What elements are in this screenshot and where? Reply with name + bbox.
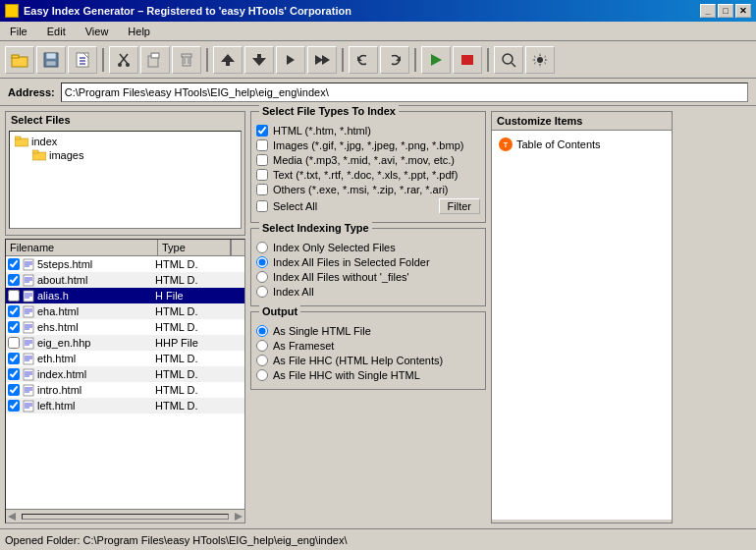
tree-images[interactable]: images: [30, 148, 238, 162]
file-row[interactable]: left.htmlHTML D.: [6, 398, 244, 413]
indexing-type-radio[interactable]: [256, 242, 268, 253]
select-files-group: Select Files index images: [5, 111, 245, 236]
minimize-button[interactable]: _: [700, 4, 716, 18]
file-row[interactable]: index.htmlHTML D.: [6, 366, 244, 382]
indexing-type-title: Select Indexing Type: [259, 222, 372, 234]
file-row[interactable]: eth.htmlHTML D.: [6, 351, 244, 366]
file-checkbox[interactable]: [8, 290, 20, 302]
menu-help[interactable]: Help: [123, 25, 155, 38]
svg-marker-30: [431, 54, 442, 66]
toolbar-fastforward[interactable]: [307, 46, 337, 74]
file-type-row[interactable]: Images (*.gif, *.jpg, *.jpeg, *.png, *.b…: [256, 139, 480, 151]
output-row[interactable]: As Single HTML File: [256, 325, 480, 337]
toolbar-play[interactable]: [421, 46, 451, 74]
file-type: HTML D.: [155, 384, 243, 396]
filter-button[interactable]: Filter: [439, 198, 480, 214]
toolbar-save[interactable]: [36, 46, 66, 74]
file-checkbox[interactable]: [8, 353, 20, 364]
file-checkbox[interactable]: [8, 400, 20, 412]
address-input[interactable]: [61, 82, 748, 102]
toolbar-undo[interactable]: [349, 46, 378, 74]
col-filename[interactable]: Filename: [6, 240, 158, 255]
indexing-type-radio[interactable]: [256, 256, 268, 268]
file-type-row[interactable]: Media (*.mp3, *.mid, *.avi, *.mov, etc.): [256, 154, 480, 166]
toolbar-down[interactable]: [244, 46, 274, 74]
indexing-type-row[interactable]: Index All Files in Selected Folder: [256, 256, 480, 268]
file-list[interactable]: Filename Type 5steps.htmlHTML D.about.ht…: [5, 239, 245, 523]
toolbar-cut[interactable]: [109, 46, 138, 74]
svg-marker-25: [287, 55, 295, 65]
file-icon: [22, 274, 35, 287]
file-row[interactable]: ehs.htmlHTML D.: [6, 319, 244, 335]
indexing-type-row[interactable]: Index All: [256, 286, 480, 298]
toolbar-stop[interactable]: [453, 46, 482, 74]
file-tree[interactable]: index images: [9, 131, 242, 229]
file-row[interactable]: intro.htmlHTML D.: [6, 382, 244, 398]
output-radio[interactable]: [256, 325, 268, 337]
file-row[interactable]: 5steps.htmlHTML D.: [6, 256, 244, 272]
file-type-checkbox[interactable]: [256, 200, 268, 212]
toolbar-redo[interactable]: [380, 46, 409, 74]
file-types-title: Select File Types To Index: [259, 105, 399, 117]
window-controls[interactable]: _ □ ✕: [700, 4, 751, 18]
menu-edit[interactable]: Edit: [42, 25, 71, 38]
file-checkbox[interactable]: [8, 337, 20, 349]
file-row[interactable]: alias.hH File: [6, 288, 244, 303]
file-name: eig_en.hhp: [37, 337, 155, 349]
select-files-title: Select Files: [6, 112, 244, 128]
toolbar-up[interactable]: [213, 46, 243, 74]
output-radio[interactable]: [256, 340, 268, 352]
output-row[interactable]: As File HHC (HTML Help Contents): [256, 355, 480, 366]
file-type-row[interactable]: Select AllFilter: [256, 198, 480, 214]
toolbar-new[interactable]: [68, 46, 97, 74]
file-type-checkbox[interactable]: [256, 125, 268, 137]
output-row[interactable]: As Frameset: [256, 340, 480, 352]
menu-file[interactable]: File: [5, 25, 32, 38]
toolbar-delete[interactable]: [172, 46, 201, 74]
svg-line-33: [512, 63, 515, 67]
file-row[interactable]: eha.htmlHTML D.: [6, 303, 244, 319]
file-list-body[interactable]: 5steps.htmlHTML D.about.htmlHTML D.alias…: [6, 256, 244, 509]
toolbar-open[interactable]: [5, 46, 34, 74]
customize-item-toc[interactable]: T Table of Contents: [497, 136, 667, 153]
file-types-group: Select File Types To Index HTML (*.htm, …: [250, 111, 486, 223]
file-type-row[interactable]: Text (*.txt, *.rtf, *.doc, *.xls, *.ppt,…: [256, 169, 480, 181]
output-radio[interactable]: [256, 369, 268, 381]
file-type-row[interactable]: HTML (*.htm, *.html): [256, 125, 480, 137]
output-row[interactable]: As File HHC with Single HTML: [256, 369, 480, 381]
file-type-checkbox[interactable]: [256, 184, 268, 195]
file-type-row[interactable]: Others (*.exe, *.msi, *.zip, *.rar, *.ar…: [256, 184, 480, 195]
close-button[interactable]: ✕: [735, 4, 751, 18]
horizontal-scrollbar[interactable]: [6, 509, 244, 522]
maximize-button[interactable]: □: [718, 4, 733, 18]
file-checkbox[interactable]: [8, 274, 20, 286]
indexing-type-radio[interactable]: [256, 286, 268, 298]
folder-icon: [15, 136, 28, 147]
folder-images-icon: [32, 149, 46, 161]
svg-rect-55: [24, 322, 33, 333]
toolbar-paste[interactable]: [140, 46, 170, 74]
output-radio[interactable]: [256, 355, 268, 366]
indexing-type-row[interactable]: Index Only Selected Files: [256, 242, 480, 253]
toolbar-forward[interactable]: [276, 46, 305, 74]
indexing-type-row[interactable]: Index All Files without '_files': [256, 271, 480, 283]
tree-index[interactable]: index: [13, 135, 238, 148]
file-checkbox[interactable]: [8, 368, 20, 380]
toolbar-settings[interactable]: [525, 46, 555, 74]
toolbar-find[interactable]: [494, 46, 523, 74]
col-type[interactable]: Type: [158, 240, 231, 255]
file-row[interactable]: eig_en.hhpHHP File: [6, 335, 244, 351]
indexing-type-radio[interactable]: [256, 271, 268, 283]
file-types-list: HTML (*.htm, *.html)Images (*.gif, *.jpg…: [256, 125, 480, 214]
file-type-checkbox[interactable]: [256, 139, 268, 151]
toolbar-sep-4: [414, 48, 416, 72]
file-checkbox[interactable]: [8, 384, 20, 396]
file-checkbox[interactable]: [8, 305, 20, 317]
menu-view[interactable]: View: [81, 25, 114, 38]
file-type-checkbox[interactable]: [256, 169, 268, 181]
file-icon: [22, 258, 35, 271]
file-checkbox[interactable]: [8, 321, 20, 333]
file-type-checkbox[interactable]: [256, 154, 268, 166]
file-row[interactable]: about.htmlHTML D.: [6, 272, 244, 288]
file-checkbox[interactable]: [8, 258, 20, 270]
